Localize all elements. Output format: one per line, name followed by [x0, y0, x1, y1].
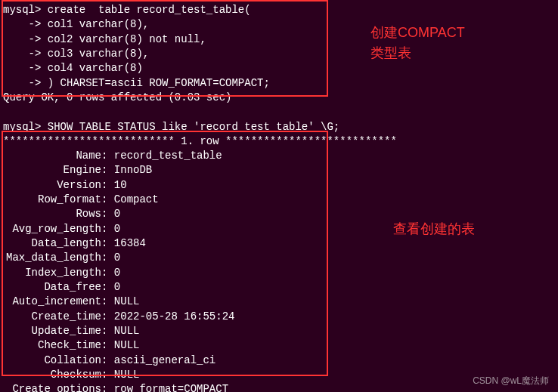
annotation-text: 类型表: [370, 43, 465, 63]
create-line: -> col1 varchar(8),: [3, 17, 555, 32]
create-line: -> col3 varchar(8),: [3, 47, 555, 61]
watermark: CSDN @wL魔法师: [473, 375, 549, 387]
status-field: Create_time: 2022-05-28 16:55:24: [6, 310, 555, 324]
show-command: mysql> SHOW TABLE STATUS like 'record_te…: [3, 120, 555, 134]
status-field: Max_data_length: 0: [6, 251, 555, 265]
status-field: Update_time: NULL: [6, 324, 555, 338]
annotation-view: 查看创建的表: [393, 219, 475, 239]
status-field: Engine: InnoDB: [6, 163, 555, 177]
blank-line: [3, 105, 555, 119]
status-field: Version: 10: [6, 178, 555, 193]
create-line: -> col2 varchar(8) not null,: [3, 32, 555, 47]
status-field: Check_time: NULL: [6, 338, 555, 353]
status-field: Index_length: 0: [6, 266, 555, 280]
row-separator: *************************** 1. row *****…: [3, 134, 555, 149]
status-field: Data_free: 0: [6, 280, 555, 295]
status-field: Auto_increment: NULL: [6, 295, 555, 309]
query-ok: Query OK, 0 rows affected (0.03 sec): [3, 91, 555, 105]
create-line: -> ) CHARSET=ascii ROW_FORMAT=COMPACT;: [3, 76, 555, 91]
status-field: Name: record_test_table: [6, 149, 555, 163]
create-line: mysql> create table record_test_table(: [3, 3, 555, 17]
terminal-output: mysql> create table record_test_table( -…: [0, 0, 558, 392]
annotation-create: 创建COMPACT 类型表: [370, 23, 465, 63]
status-field: Collation: ascii_general_ci: [6, 353, 555, 368]
create-line: -> col4 varchar(8): [3, 61, 555, 76]
annotation-text: 创建COMPACT: [370, 23, 465, 43]
status-block: Name: record_test_table Engine: InnoDB V…: [3, 149, 555, 392]
status-field: Row_format: Compact: [6, 193, 555, 207]
